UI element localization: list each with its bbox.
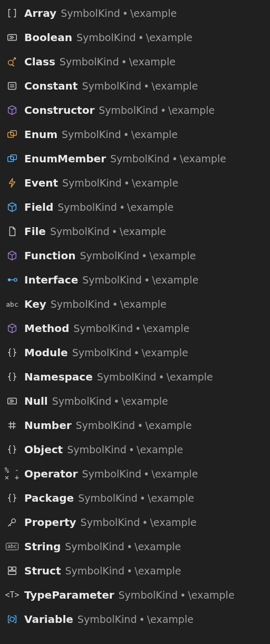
- package-icon: [5, 491, 19, 505]
- item-meta: SymbolKind•\example: [119, 589, 235, 601]
- list-item-operator[interactable]: % -× +OperatorSymbolKind•\example: [0, 462, 270, 486]
- separator: •: [121, 56, 127, 67]
- separator: •: [122, 7, 128, 19]
- kind-label: SymbolKind: [76, 419, 136, 431]
- kind-label: SymbolKind: [61, 7, 120, 19]
- item-path: \example: [143, 323, 189, 334]
- separator: •: [113, 395, 119, 407]
- list-item-class[interactable]: ClassSymbolKind•\example: [0, 50, 270, 74]
- list-item-interface[interactable]: InterfaceSymbolKind•\example: [0, 268, 270, 292]
- list-item-namespace[interactable]: NamespaceSymbolKind•\example: [0, 365, 270, 389]
- list-item-struct[interactable]: StructSymbolKind•\example: [0, 559, 270, 583]
- kind-label: SymbolKind: [110, 153, 170, 164]
- item-name: Class: [24, 55, 55, 68]
- item-meta: SymbolKind•\example: [65, 565, 181, 577]
- list-item-null[interactable]: NullSymbolKind•\example: [0, 389, 270, 413]
- item-path: \example: [145, 419, 191, 431]
- list-item-variable[interactable]: VariableSymbolKind•\example: [0, 607, 270, 631]
- list-item-function[interactable]: FunctionSymbolKind•\example: [0, 243, 270, 268]
- list-item-enum[interactable]: EnumSymbolKind•\example: [0, 122, 270, 147]
- kind-label: SymbolKind: [81, 516, 140, 528]
- item-path: \example: [137, 444, 183, 455]
- null-icon: [5, 394, 19, 408]
- separator: •: [140, 492, 146, 504]
- separator: •: [142, 516, 148, 528]
- namespace-icon: [5, 370, 19, 384]
- item-name: Method: [24, 322, 69, 335]
- kind-label: SymbolKind: [82, 80, 141, 92]
- item-meta: SymbolKind•\example: [65, 541, 181, 552]
- kind-label: SymbolKind: [78, 492, 138, 504]
- list-item-object[interactable]: ObjectSymbolKind•\example: [0, 437, 270, 462]
- separator: •: [129, 444, 134, 455]
- separator: •: [133, 347, 139, 358]
- list-item-method[interactable]: MethodSymbolKind•\example: [0, 316, 270, 340]
- list-item-string[interactable]: abcStringSymbolKind•\example: [0, 534, 270, 559]
- kind-label: SymbolKind: [97, 371, 157, 383]
- item-name: Enum: [24, 128, 57, 141]
- typeparameter-icon: <T>: [5, 588, 19, 602]
- separator: •: [112, 226, 118, 237]
- list-item-constructor[interactable]: ConstructorSymbolKind•\example: [0, 98, 270, 122]
- list-item-number[interactable]: NumberSymbolKind•\example: [0, 413, 270, 437]
- item-path: \example: [152, 274, 198, 286]
- kind-label: SymbolKind: [80, 250, 139, 261]
- svg-rect-12: [8, 398, 17, 404]
- list-item-boolean[interactable]: BooleanSymbolKind•\example: [0, 25, 270, 50]
- item-meta: SymbolKind•\example: [60, 56, 176, 67]
- item-path: \example: [131, 129, 178, 140]
- operator-icon: % -× +: [5, 467, 19, 481]
- item-name: Package: [24, 492, 74, 504]
- kind-label: SymbolKind: [73, 323, 133, 334]
- separator: •: [141, 250, 147, 261]
- separator: •: [137, 419, 143, 431]
- kind-label: SymbolKind: [50, 226, 110, 237]
- key-icon: abc: [5, 297, 19, 311]
- item-meta: SymbolKind•\example: [97, 371, 213, 383]
- list-item-file[interactable]: FileSymbolKind•\example: [0, 219, 270, 243]
- event-icon: [5, 176, 19, 190]
- kind-label: SymbolKind: [99, 104, 158, 116]
- string-icon: abc: [5, 540, 19, 553]
- list-item-package[interactable]: PackageSymbolKind•\example: [0, 486, 270, 510]
- class-icon: [5, 55, 19, 69]
- list-item-key[interactable]: abcKeySymbolKind•\example: [0, 292, 270, 316]
- separator: •: [139, 613, 144, 625]
- item-name: Namespace: [24, 370, 93, 383]
- item-path: \example: [146, 32, 192, 43]
- list-item-event[interactable]: EventSymbolKind•\example: [0, 171, 270, 195]
- item-path: \example: [168, 104, 215, 116]
- list-item-enummember[interactable]: EnumMemberSymbolKind•\example: [0, 147, 270, 171]
- separator: •: [138, 32, 144, 43]
- list-item-field[interactable]: FieldSymbolKind•\example: [0, 195, 270, 219]
- list-item-property[interactable]: PropertySymbolKind•\example: [0, 510, 270, 534]
- item-meta: SymbolKind•\example: [51, 298, 167, 310]
- separator: •: [143, 80, 149, 92]
- method-icon: [5, 321, 19, 335]
- item-meta: SymbolKind•\example: [67, 444, 183, 455]
- separator: •: [180, 589, 186, 601]
- item-meta: SymbolKind•\example: [62, 177, 178, 189]
- kind-label: SymbolKind: [65, 565, 124, 577]
- item-meta: SymbolKind•\example: [50, 226, 166, 237]
- item-path: \example: [134, 541, 181, 552]
- item-path: \example: [120, 226, 166, 237]
- list-item-array[interactable]: ArraySymbolKind•\example: [0, 1, 270, 25]
- kind-label: SymbolKind: [78, 613, 137, 625]
- item-name: File: [24, 225, 46, 238]
- item-path: \example: [147, 613, 194, 625]
- svg-rect-20: [8, 571, 16, 574]
- kind-label: SymbolKind: [76, 32, 136, 43]
- item-path: \example: [129, 56, 176, 67]
- list-item-constant[interactable]: ConstantSymbolKind•\example: [0, 74, 270, 98]
- list-item-module[interactable]: ModuleSymbolKind•\example: [0, 340, 270, 365]
- item-path: \example: [141, 347, 188, 358]
- kind-label: SymbolKind: [72, 347, 132, 358]
- item-meta: SymbolKind•\example: [80, 250, 196, 261]
- item-name: Operator: [24, 467, 78, 480]
- svg-rect-18: [8, 567, 12, 570]
- item-meta: SymbolKind•\example: [76, 419, 192, 431]
- item-path: \example: [149, 250, 196, 261]
- list-item-typeparameter[interactable]: <T>TypeParameterSymbolKind•\example: [0, 583, 270, 607]
- item-name: String: [24, 540, 61, 553]
